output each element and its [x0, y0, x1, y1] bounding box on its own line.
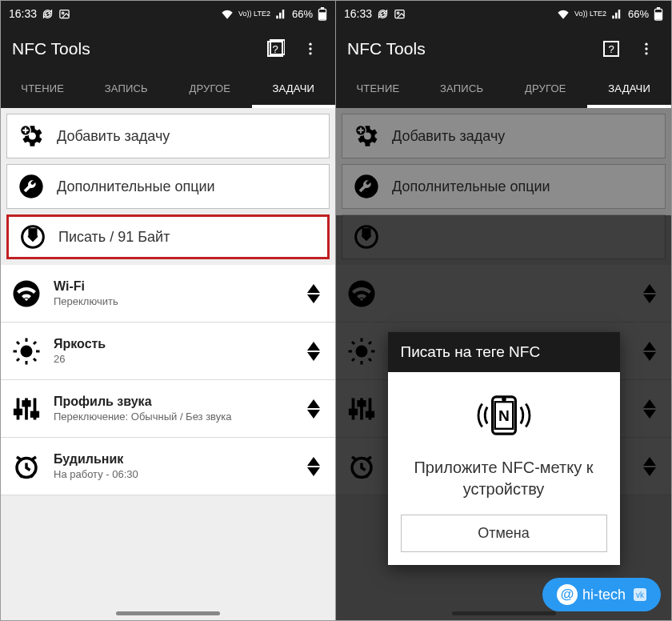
wrench-icon — [352, 172, 381, 201]
task-label: Wi-Fi — [54, 279, 290, 294]
help-button[interactable]: ? — [598, 35, 625, 62]
tab-bar: ЧТЕНИЕ ЗАПИСЬ ДРУГОЕ ЗАДАЧИ — [1, 71, 335, 108]
overflow-menu-button[interactable] — [297, 35, 324, 62]
tab-tasks[interactable]: ЗАДАЧИ — [587, 71, 671, 108]
svg-line-23 — [17, 342, 19, 344]
gear-plus-icon — [352, 122, 381, 150]
task-sub: 26 — [54, 353, 290, 365]
more-options-button[interactable]: Дополнительные опции — [6, 164, 330, 209]
gear-plus-icon — [17, 122, 46, 150]
task-sound-profile[interactable]: Профиль звука Переключение: Обычный / Бе… — [1, 380, 335, 438]
svg-rect-30 — [15, 410, 22, 414]
svg-point-10 — [309, 47, 311, 50]
reorder-handle[interactable] — [302, 335, 326, 367]
tab-tasks[interactable]: ЗАДАЧИ — [252, 71, 336, 108]
watermark: @ hi-tech vk — [542, 578, 661, 611]
task-sub: На работу - 06:30 — [54, 468, 290, 480]
tab-write[interactable]: ЗАПИСЬ — [420, 71, 504, 108]
task-wifi[interactable]: Wi-Fi Переключить — [1, 265, 335, 323]
reorder-handle[interactable] — [302, 451, 326, 483]
svg-rect-31 — [23, 402, 30, 406]
tab-read[interactable]: ЧТЕНИЕ — [336, 71, 420, 108]
more-options-label: Дополнительные опции — [57, 178, 215, 195]
image-icon — [394, 8, 406, 20]
task-alarm[interactable]: Будильник На работу - 06:30 — [1, 438, 335, 495]
task-label: Будильник — [54, 452, 290, 467]
app-title: NFC Tools — [347, 39, 590, 58]
reorder-handle[interactable] — [302, 278, 326, 310]
write-label: Писать / 91 Байт — [58, 229, 170, 246]
task-brightness[interactable]: Яркость 26 — [1, 323, 335, 380]
nav-pill[interactable] — [116, 611, 220, 615]
svg-rect-38 — [656, 12, 662, 18]
dialog-title: Писать на теге NFC — [388, 332, 620, 372]
dialog-message: Приложите NFC-метку к устройству — [401, 457, 607, 500]
watermark-badge: vk — [634, 588, 646, 601]
svg-rect-4 — [320, 12, 326, 18]
svg-rect-3 — [321, 7, 323, 9]
status-bar: 16:33 Vo)) LTE2 66% — [1, 1, 335, 26]
svg-point-11 — [309, 52, 311, 54]
tab-write[interactable]: ЗАПИСЬ — [85, 71, 169, 108]
svg-text:N: N — [498, 407, 510, 424]
svg-point-42 — [645, 47, 647, 50]
battery-text: 66% — [628, 8, 649, 20]
tab-other[interactable]: ДРУГОЕ — [168, 71, 252, 108]
svg-rect-16 — [30, 230, 36, 235]
signal-icon — [275, 8, 287, 19]
add-task-label: Добавить задачу — [57, 128, 170, 145]
network-label: Vo)) LTE2 — [574, 10, 606, 18]
wifi-status-icon — [221, 8, 234, 19]
nfc-phone-icon: N — [472, 391, 536, 443]
task-sub: Переключить — [54, 295, 290, 307]
sync-icon — [377, 8, 389, 20]
title-bar: NFC Tools ? — [336, 26, 671, 71]
svg-point-41 — [645, 43, 647, 46]
add-task-button: Добавить задачу — [342, 114, 666, 158]
alarm-icon — [10, 451, 42, 483]
app-title: NFC Tools — [12, 39, 254, 58]
more-options-button: Дополнительные опции — [342, 164, 666, 209]
task-sub: Переключение: Обычный / Без звука — [54, 411, 290, 423]
svg-line-24 — [34, 359, 36, 361]
signal-icon — [611, 8, 623, 19]
svg-point-17 — [14, 280, 40, 306]
wifi-status-icon — [557, 8, 570, 19]
help-button[interactable]: ? — [262, 35, 289, 62]
task-label: Профиль звука — [54, 395, 290, 409]
svg-point-9 — [309, 43, 311, 46]
battery-icon — [654, 7, 663, 21]
svg-rect-32 — [32, 412, 38, 416]
reorder-handle[interactable] — [302, 393, 326, 425]
title-bar: NFC Tools ? — [1, 26, 335, 71]
write-button[interactable]: Писать / 91 Байт — [6, 214, 330, 259]
status-time: 16:33 — [9, 7, 37, 20]
wifi-icon — [10, 278, 42, 310]
status-time: 16:33 — [344, 7, 372, 20]
screen-tasks: 16:33 Vo)) LTE2 66% — [1, 1, 336, 620]
task-label: Яркость — [54, 337, 290, 351]
screen-dialog: 16:33 Vo)) LTE2 66% — [336, 1, 671, 620]
watermark-text: hi-tech — [582, 587, 626, 603]
add-task-button[interactable]: Добавить задачу — [6, 114, 330, 158]
task-list: Wi-Fi Переключить Яркость 26 — [1, 265, 335, 620]
battery-icon — [318, 7, 327, 21]
svg-point-43 — [645, 52, 647, 54]
svg-text:?: ? — [272, 43, 278, 55]
overflow-menu-button[interactable] — [633, 35, 660, 62]
equalizer-icon — [10, 393, 42, 425]
nfc-write-dialog: Писать на теге NFC N — [388, 332, 620, 565]
sync-icon — [42, 8, 54, 20]
svg-point-35 — [397, 12, 399, 14]
status-bar: 16:33 Vo)) LTE2 66% — [336, 1, 671, 26]
svg-line-25 — [17, 359, 19, 361]
svg-line-26 — [34, 342, 36, 344]
dialog-cancel-button[interactable]: Отмена — [401, 515, 607, 552]
svg-rect-37 — [657, 7, 659, 9]
at-icon: @ — [557, 584, 578, 605]
network-label: Vo)) LTE2 — [238, 10, 270, 18]
battery-text: 66% — [292, 8, 313, 20]
svg-point-68 — [502, 399, 504, 400]
tab-read[interactable]: ЧТЕНИЕ — [1, 71, 85, 108]
tab-other[interactable]: ДРУГОЕ — [504, 71, 588, 108]
